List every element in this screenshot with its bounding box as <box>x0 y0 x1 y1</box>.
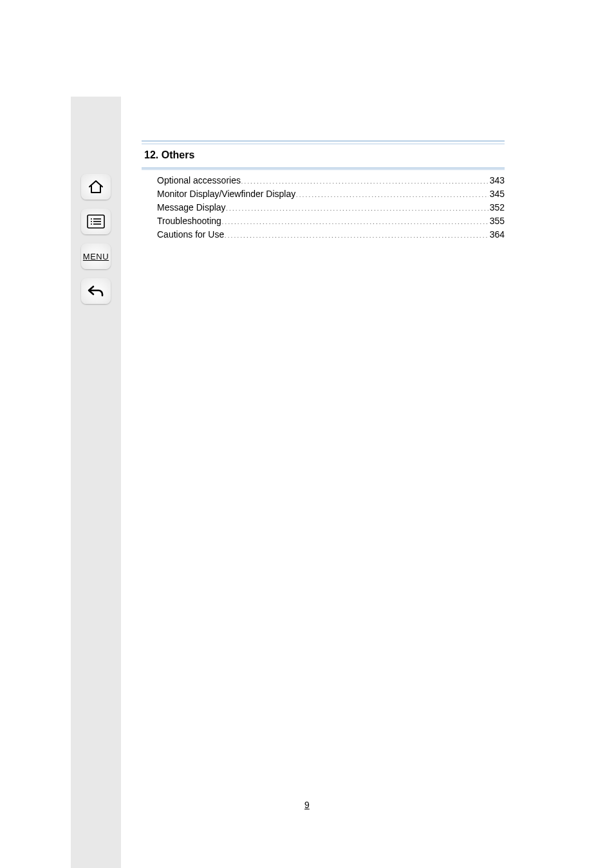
toc-button[interactable] <box>81 209 111 234</box>
section-rule-top <box>142 140 505 142</box>
toc-leader-dots <box>226 202 488 211</box>
toc-list: Optional accessories 343 Monitor Display… <box>142 174 505 241</box>
section-rule-bottom-thin <box>142 169 505 170</box>
section-heading: 12. Others <box>142 144 505 166</box>
toc-entry-page: 345 <box>488 187 505 201</box>
toc-entry[interactable]: Troubleshooting 355 <box>157 214 505 228</box>
toc-entry[interactable]: Cautions for Use 364 <box>157 228 505 241</box>
content-area: 12. Others Optional accessories 343 Moni… <box>142 140 505 241</box>
section-rule-bottom <box>142 167 505 169</box>
sidebar-nav: MENU <box>71 174 121 304</box>
back-icon <box>87 283 105 299</box>
toc-entry-label: Optional accessories <box>157 174 241 187</box>
toc-entry-page: 364 <box>488 228 505 241</box>
toc-entry[interactable]: Message Display 352 <box>157 201 505 214</box>
toc-leader-dots <box>224 229 488 238</box>
toc-entry[interactable]: Optional accessories 343 <box>157 174 505 187</box>
toc-leader-dots <box>295 188 488 197</box>
toc-entry-page: 343 <box>488 174 505 187</box>
home-button[interactable] <box>81 174 111 200</box>
toc-leader-dots <box>241 175 488 184</box>
table-of-contents-icon <box>87 214 105 229</box>
toc-entry-label: Cautions for Use <box>157 228 224 241</box>
page-number[interactable]: 9 <box>0 800 614 810</box>
toc-entry-page: 352 <box>488 201 505 214</box>
toc-entry-label: Monitor Display/Viewfinder Display <box>157 187 295 201</box>
menu-button[interactable]: MENU <box>81 243 111 269</box>
toc-entry-page: 355 <box>488 214 505 228</box>
toc-entry-label: Message Display <box>157 201 226 214</box>
home-icon <box>88 179 104 194</box>
back-button[interactable] <box>81 278 111 304</box>
toc-leader-dots <box>221 215 488 224</box>
menu-label: MENU <box>83 252 109 261</box>
document-page: MENU 12. Others Optional accessories 343… <box>0 0 614 868</box>
toc-entry[interactable]: Monitor Display/Viewfinder Display 345 <box>157 187 505 201</box>
section-title-text: Others <box>162 149 195 160</box>
section-number: 12. <box>144 149 158 160</box>
toc-entry-label: Troubleshooting <box>157 214 221 228</box>
